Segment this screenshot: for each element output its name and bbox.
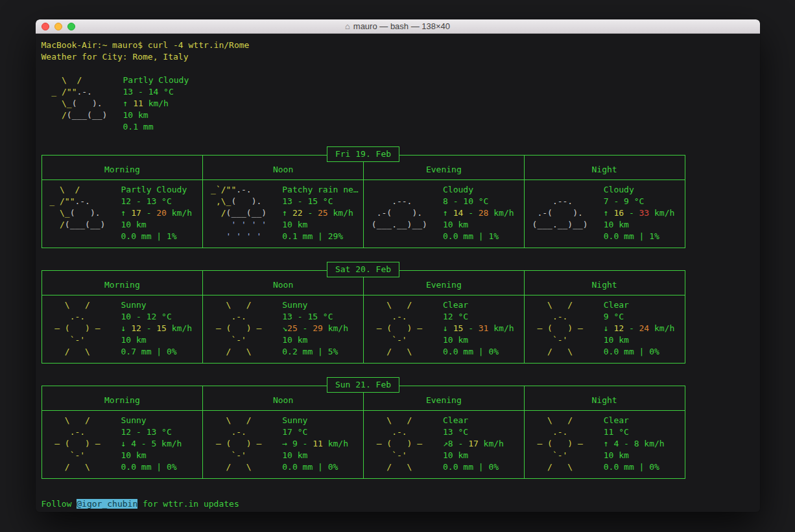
weather-details: Clear11 °C↑ 4 - 8 km/h10 km0.0 mm | 0% [604,415,665,473]
weather-art-sunny: \ / .-. ― ( ) ― `-' / \ [45,299,121,358]
daypart-header: Morning [42,386,203,410]
weather-details: Clear9 °C↓ 12 - 24 km/h10 km0.0 mm | 0% [604,299,675,358]
weather-art-sunny: \ / .-. ― ( ) ― `-' / \ [206,415,282,473]
current-weather-details: Partly Cloudy13 - 14 °C↑ 11 km/h10 km0.1… [123,75,189,133]
forecast-day-table: Sun 21. FebMorningNoonEveningNight \ / .… [42,386,685,479]
blank-line [42,63,753,75]
weather-art-partly_cloudy: \ / _ /"".-. \_( ). /(___(__) [45,184,121,242]
forecast-cell: .--. .-( ). (___.__)__)Cloudy8 - 10 °C↑ … [363,180,524,248]
forecast-cell: \ / .-. ― ( ) ― `-' / \Clear9 °C↓ 12 - 2… [524,295,685,363]
forecast-cell: \ / .-. ― ( ) ― `-' / \Clear11 °C↑ 4 - 8… [524,411,685,478]
weather-art-sunny: \ / .-. ― ( ) ― `-' / \ [527,415,604,473]
daypart-header: Night [524,271,685,295]
daypart-header: Morning [42,156,203,179]
desktop-background: ⌂ mauro — bash — 138×40 MacBook-Air:~ ma… [0,19,795,512]
weather-details: Cloudy7 - 9 °C↑ 16 - 33 km/h10 km0.0 mm … [604,184,675,242]
zoom-button[interactable] [67,23,75,30]
daypart-header: Morning [42,271,203,295]
forecast-cell: \ / .-. ― ( ) ― `-' / \Sunny13 - 15 °C↘2… [202,295,363,363]
weather-art-sunny: \ / .-. ― ( ) ― `-' / \ [366,299,443,358]
weather-details: Sunny12 - 13 °C↓ 4 - 5 km/h10 km0.0 mm |… [121,415,182,473]
forecast-day-table: Fri 19. FebMorningNoonEveningNight \ / _… [42,155,685,248]
traffic-lights [42,23,75,30]
date-label: Fri 19. Feb [327,146,399,162]
forecast-cell: .--. .-( ). (___.__)__)Cloudy7 - 9 °C↑ 1… [524,180,685,248]
date-label: Sun 21. Feb [327,377,399,393]
weather-details: Clear12 °C↓ 15 - 31 km/h10 km0.0 mm | 0% [443,299,514,358]
weather-art-sunny: \ / .-. ― ( ) ― `-' / \ [45,415,121,473]
forecast-cell: \ / .-. ― ( ) ― `-' / \Clear13 °C↗8 - 17… [363,411,524,478]
window-titlebar[interactable]: ⌂ mauro — bash — 138×40 [36,19,760,34]
weather-details: Partly Cloudy12 - 13 °C↑ 17 - 20 km/h10 … [121,184,193,242]
weather-art-sunny: \ / .-. ― ( ) ― `-' / \ [366,415,443,473]
date-label: Sat 20. Feb [327,262,399,277]
weather-details: Sunny17 °C→ 9 - 11 km/h10 km0.0 mm | 0% [282,415,348,473]
window-title: ⌂ mauro — bash — 138×40 [345,21,450,31]
weather-details: Sunny10 - 12 °C↓ 12 - 15 km/h10 km0.7 mm… [121,299,193,358]
forecast-cell: \ / .-. ― ( ) ― `-' / \Clear12 °C↓ 15 - … [363,295,524,363]
home-folder-icon: ⌂ [345,22,350,30]
footer-line: Follow @igor_chubin for wttr.in updates [42,498,753,510]
weather-details: Clear13 °C↗8 - 17 km/h10 km0.0 mm | 0% [443,415,504,473]
shell-prompt-line: MacBook-Air:~ mauro$ curl -4 wttr.in/Rom… [42,40,753,51]
daypart-header: Night [524,156,685,179]
weather-details: Patchy rain ne…13 - 15 °C↑ 22 - 25 km/h1… [282,184,358,242]
weather-art-sunny: \ / .-. ― ( ) ― `-' / \ [206,299,282,358]
weather-details: Cloudy8 - 10 °C↑ 14 - 28 km/h10 km0.0 mm… [443,184,514,242]
weather-art-cloudy: .--. .-( ). (___.__)__) [366,184,443,242]
current-weather-art: \ / _ /"".-. \_( ). /(___(__) [47,75,123,133]
weather-art-patchy_rain: _`/"".-. ,\_( ). /(___(__) ' ' ' ' ' ' '… [206,184,282,242]
terminal-window: ⌂ mauro — bash — 138×40 MacBook-Air:~ ma… [36,19,760,512]
terminal-screen[interactable]: MacBook-Air:~ mauro$ curl -4 wttr.in/Rom… [36,34,760,512]
minimize-button[interactable] [54,23,62,30]
daypart-header: Night [524,386,685,410]
forecast-cell: _`/"".-. ,\_( ). /(___(__) ' ' ' ' ' ' '… [202,180,363,248]
forecast-day-table: Sat 20. FebMorningNoonEveningNight \ / .… [42,270,685,364]
window-title-text: mauro — bash — 138×40 [353,21,450,31]
forecast-cell: \ / .-. ― ( ) ― `-' / \Sunny17 °C→ 9 - 1… [202,411,363,478]
forecast-cell: \ / _ /"".-. \_( ). /(___(__)Partly Clou… [42,180,203,248]
forecast-tables: Fri 19. FebMorningNoonEveningNight \ / _… [42,155,753,479]
weather-details: Sunny13 - 15 °C↘25 - 29 km/h10 km0.2 mm … [282,299,348,358]
forecast-cell: \ / .-. ― ( ) ― `-' / \Sunny12 - 13 °C↓ … [42,411,203,478]
forecast-cell: \ / .-. ― ( ) ― `-' / \Sunny10 - 12 °C↓ … [42,295,203,363]
current-conditions: \ / _ /"".-. \_( ). /(___(__) Partly Clo… [47,75,753,133]
close-button[interactable] [42,23,49,30]
weather-location-line: Weather for City: Rome, Italy [42,51,753,63]
weather-art-sunny: \ / .-. ― ( ) ― `-' / \ [527,299,604,358]
weather-art-cloudy: .--. .-( ). (___.__)__) [527,184,604,242]
